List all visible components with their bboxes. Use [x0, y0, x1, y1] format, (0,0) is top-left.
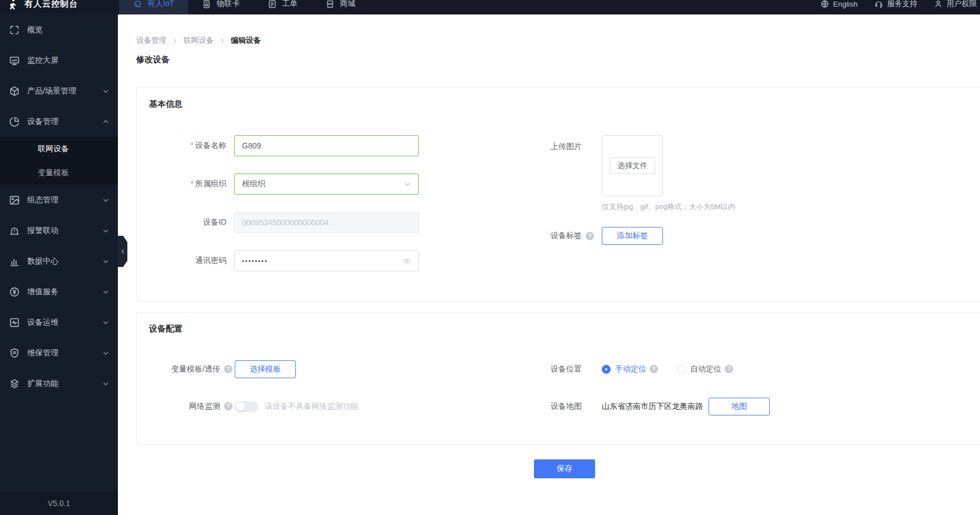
basic-info-title: 基本信息 — [149, 99, 182, 110]
device-config-card: 设备配置 变量模板/透传 选择模板 网络监测 该设备不具备网络监测功能 设备位置 — [136, 312, 980, 445]
sidebar-item-monitor-screen[interactable]: 监控大屏 — [0, 45, 118, 76]
device-config-title: 设备配置 — [149, 324, 182, 334]
device-id-input — [242, 218, 411, 227]
sidebar-item-maintenance-management[interactable]: 维保管理 — [0, 338, 118, 368]
chevron-down-icon — [102, 197, 109, 204]
manual-location-radio[interactable] — [602, 365, 611, 374]
tab-label: 有人IoT — [147, 0, 174, 9]
sidebar-item-overview[interactable]: 概览 — [0, 14, 118, 45]
layers-icon — [9, 378, 20, 389]
submenu-item-label: 联网设备 — [38, 144, 69, 154]
mall-icon — [325, 0, 335, 9]
chevron-down-icon — [102, 227, 109, 234]
logo[interactable]: 有人云控制台 — [0, 0, 118, 10]
chevron-down-icon — [102, 350, 109, 356]
network-monitor-toggle[interactable] — [235, 401, 258, 412]
sidebar-item-device-ops[interactable]: 设备运维 — [0, 307, 118, 338]
sidebar-item-product-scene[interactable]: 产品/场景管理 — [0, 76, 118, 106]
chevron-up-icon — [102, 118, 109, 125]
breadcrumb: 设备管理 联网设备 编辑设备 — [136, 36, 261, 46]
device-id-field-wrap — [234, 212, 419, 233]
help-icon[interactable] — [725, 365, 733, 373]
device-name-input[interactable] — [242, 141, 411, 150]
sidebar-item-networked-devices[interactable]: 联网设备 — [0, 137, 118, 161]
pie-chart-icon — [9, 116, 20, 127]
breadcrumb-device-management[interactable]: 设备管理 — [136, 36, 166, 46]
help-icon[interactable] — [224, 402, 232, 410]
comm-password-value[interactable]: •••••••• — [242, 258, 268, 264]
help-icon[interactable] — [586, 232, 594, 240]
basic-info-left-column: *设备名称 *所属组织 根组织 设备ID — [137, 135, 482, 289]
tab-iot[interactable]: 有人IoT — [119, 0, 188, 14]
device-name-label: *设备名称 — [137, 141, 234, 151]
tab-mall[interactable]: 商城 — [311, 0, 369, 14]
choose-file-button[interactable]: 选择文件 — [610, 157, 655, 174]
device-address: 山东省济南市历下区龙奥南路 — [602, 402, 703, 412]
topbar-right: English 服务支持 用户权限 — [820, 0, 980, 9]
user-icon — [934, 0, 943, 8]
choose-template-button[interactable]: 选择模板 — [235, 360, 296, 378]
sidebar-item-value-added-services[interactable]: 增值服务 — [0, 276, 118, 307]
variable-template-row: 变量模板/透传 选择模板 — [137, 360, 482, 378]
image-icon — [9, 195, 20, 206]
service-support-label: 服务支持 — [887, 0, 917, 9]
device-location-label: 设备位置 — [526, 364, 582, 374]
chevron-down-icon — [102, 289, 109, 295]
pulse-icon — [9, 317, 20, 328]
device-tags-label: 设备标签 — [526, 231, 582, 241]
tab-work-order[interactable]: 工单 — [254, 0, 311, 14]
tab-sim-card[interactable]: 物联卡 — [188, 0, 254, 14]
sim-card-icon — [202, 0, 211, 9]
device-management-submenu: 联网设备 变量模板 — [0, 137, 118, 185]
sidebar-collapse-handle[interactable] — [118, 236, 127, 267]
auto-location-label[interactable]: 自动定位 — [690, 364, 721, 374]
language-switch[interactable]: English — [820, 0, 858, 8]
upload-dropzone[interactable]: 选择文件 — [602, 135, 663, 196]
sidebar-item-data-center[interactable]: 数据中心 — [0, 246, 118, 276]
device-config-right-column: 设备位置 手动定位 自动定位 设备地图 山东省济南市历下区龙奥南路 地图 — [526, 360, 915, 434]
user-permissions-label: 用户权限 — [947, 0, 977, 9]
manual-location-label[interactable]: 手动定位 — [615, 364, 646, 374]
sidebar-item-alarm-linkage[interactable]: 报警联动 — [0, 215, 118, 246]
chevron-right-icon — [172, 38, 178, 44]
auto-location-radio[interactable] — [677, 365, 686, 374]
add-tag-button[interactable]: 添加标签 — [602, 227, 663, 245]
sidebar-item-label: 扩展功能 — [27, 379, 95, 389]
sidebar-item-label: 产品/场景管理 — [27, 86, 95, 96]
top-tabs: 有人IoT 物联卡 工单 商城 — [119, 0, 369, 14]
help-icon[interactable] — [224, 365, 232, 373]
breadcrumb-networked-devices[interactable]: 联网设备 — [184, 36, 214, 46]
service-support[interactable]: 服务支持 — [874, 0, 917, 9]
organization-row: *所属组织 根组织 — [137, 174, 482, 195]
sidebar-item-label: 概览 — [27, 25, 109, 35]
alarm-icon — [9, 225, 20, 236]
cube-icon — [9, 86, 20, 97]
tab-label: 商城 — [340, 0, 355, 9]
chevron-right-icon — [219, 38, 225, 44]
language-label: English — [833, 0, 858, 8]
map-button[interactable]: 地图 — [709, 398, 770, 415]
eye-icon[interactable] — [403, 257, 411, 265]
sidebar-item-label: 监控大屏 — [27, 56, 109, 66]
save-button[interactable]: 保存 — [534, 459, 595, 478]
organization-select[interactable]: 根组织 — [234, 174, 419, 195]
shield-icon — [9, 348, 20, 359]
sidebar-item-label: 维保管理 — [27, 348, 95, 358]
headset-icon — [874, 0, 883, 8]
required-mark: * — [191, 141, 194, 150]
version-label: V5.0.1 — [0, 492, 118, 515]
sidebar-item-label: 设备管理 — [27, 117, 95, 127]
device-map-row: 设备地图 山东省济南市历下区龙奥南路 地图 — [526, 397, 915, 415]
user-permissions[interactable]: 用户权限 — [934, 0, 977, 9]
bar-chart-icon — [9, 256, 20, 267]
organization-value: 根组织 — [242, 179, 265, 189]
sidebar-item-configuration-management[interactable]: 组态管理 — [0, 185, 118, 215]
network-monitor-label: 网络监测 — [137, 402, 220, 412]
sidebar-item-device-management[interactable]: 设备管理 — [0, 106, 118, 137]
help-icon[interactable] — [650, 365, 658, 373]
topbar: 有人云控制台 有人IoT 物联卡 工单 — [0, 0, 980, 14]
required-mark: * — [191, 179, 194, 188]
yuan-icon — [9, 286, 20, 298]
sidebar-item-variable-templates[interactable]: 变量模板 — [0, 161, 118, 185]
sidebar-item-extensions[interactable]: 扩展功能 — [0, 368, 118, 399]
